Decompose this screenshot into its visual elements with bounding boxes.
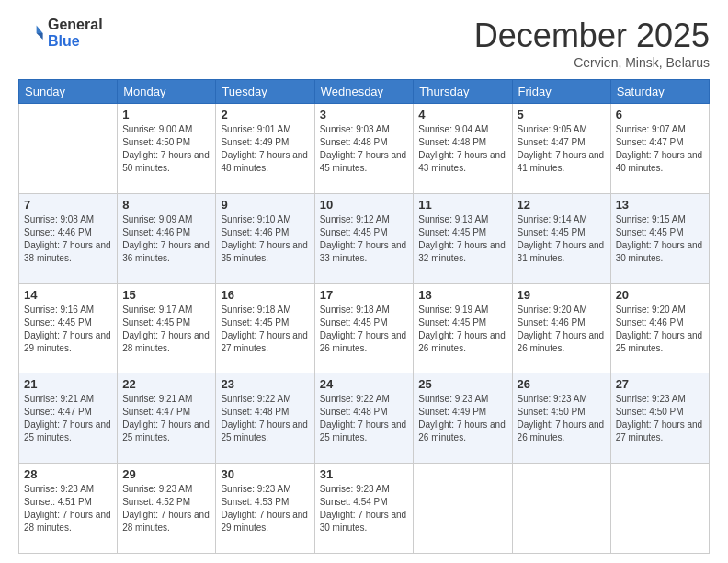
table-row: 12 Sunrise: 9:14 AM Sunset: 4:45 PM Dayl… <box>512 193 610 283</box>
table-row: 3 Sunrise: 9:03 AM Sunset: 4:48 PM Dayli… <box>314 104 414 194</box>
table-row <box>610 464 709 554</box>
table-row: 24 Sunrise: 9:22 AM Sunset: 4:48 PM Dayl… <box>314 373 414 464</box>
day-details: Sunrise: 9:10 AM Sunset: 4:46 PM Dayligh… <box>221 213 309 265</box>
calendar-week-row: 28 Sunrise: 9:23 AM Sunset: 4:51 PM Dayl… <box>19 464 710 554</box>
day-details: Sunrise: 9:23 AM Sunset: 4:51 PM Dayligh… <box>24 483 112 534</box>
sunset-text: Sunset: 4:52 PM <box>122 497 190 507</box>
day-details: Sunrise: 9:21 AM Sunset: 4:47 PM Dayligh… <box>122 393 210 444</box>
daylight-text: Daylight: 7 hours and 32 minutes. <box>418 240 506 263</box>
day-number: 23 <box>221 377 309 391</box>
sunrise-text: Sunrise: 9:23 AM <box>518 394 587 404</box>
sunset-text: Sunset: 4:46 PM <box>616 317 684 327</box>
day-number: 14 <box>24 288 112 302</box>
table-row: 1 Sunrise: 9:00 AM Sunset: 4:50 PM Dayli… <box>118 104 216 194</box>
daylight-text: Daylight: 7 hours and 25 minutes. <box>122 419 210 442</box>
day-number: 4 <box>418 108 506 121</box>
sunset-text: Sunset: 4:47 PM <box>122 407 190 417</box>
table-row: 13 Sunrise: 9:15 AM Sunset: 4:45 PM Dayl… <box>610 193 709 283</box>
sunset-text: Sunset: 4:45 PM <box>418 317 486 327</box>
logo-blue-text: Blue <box>48 33 103 50</box>
daylight-text: Daylight: 7 hours and 25 minutes. <box>221 419 308 442</box>
table-row: 11 Sunrise: 9:13 AM Sunset: 4:45 PM Dayl… <box>414 193 512 283</box>
daylight-text: Daylight: 7 hours and 26 minutes. <box>518 419 605 442</box>
day-details: Sunrise: 9:22 AM Sunset: 4:48 PM Dayligh… <box>320 393 409 444</box>
calendar-week-row: 1 Sunrise: 9:00 AM Sunset: 4:50 PM Dayli… <box>19 104 710 194</box>
sunrise-text: Sunrise: 9:23 AM <box>24 484 94 494</box>
daylight-text: Daylight: 7 hours and 33 minutes. <box>320 240 407 263</box>
page: General Blue December 2025 Cervien, Mins… <box>0 0 728 563</box>
day-details: Sunrise: 9:18 AM Sunset: 4:45 PM Dayligh… <box>320 304 409 355</box>
daylight-text: Daylight: 7 hours and 28 minutes. <box>24 510 111 533</box>
weekday-header-row: Sunday Monday Tuesday Wednesday Thursday… <box>19 80 710 104</box>
daylight-text: Daylight: 7 hours and 26 minutes. <box>418 330 506 353</box>
table-row: 31 Sunrise: 9:23 AM Sunset: 4:54 PM Dayl… <box>314 464 414 554</box>
table-row <box>19 104 118 194</box>
day-details: Sunrise: 9:23 AM Sunset: 4:53 PM Dayligh… <box>221 483 309 534</box>
day-number: 22 <box>122 377 210 391</box>
sunrise-text: Sunrise: 9:18 AM <box>320 304 390 315</box>
sunrise-text: Sunrise: 9:01 AM <box>221 124 290 134</box>
header-sunday: Sunday <box>19 80 118 104</box>
day-number: 15 <box>122 288 210 302</box>
day-details: Sunrise: 9:18 AM Sunset: 4:45 PM Dayligh… <box>221 304 309 355</box>
table-row: 4 Sunrise: 9:04 AM Sunset: 4:48 PM Dayli… <box>414 104 512 194</box>
day-details: Sunrise: 9:15 AM Sunset: 4:45 PM Dayligh… <box>616 213 704 265</box>
day-details: Sunrise: 9:03 AM Sunset: 4:48 PM Dayligh… <box>320 123 409 175</box>
table-row: 14 Sunrise: 9:16 AM Sunset: 4:45 PM Dayl… <box>19 283 118 373</box>
sunrise-text: Sunrise: 9:20 AM <box>616 304 686 315</box>
sunset-text: Sunset: 4:48 PM <box>320 407 388 417</box>
sunset-text: Sunset: 4:48 PM <box>221 407 289 417</box>
daylight-text: Daylight: 7 hours and 38 minutes. <box>24 240 111 263</box>
sunset-text: Sunset: 4:46 PM <box>518 317 586 327</box>
sunrise-text: Sunrise: 9:23 AM <box>418 394 488 404</box>
sunrise-text: Sunrise: 9:22 AM <box>320 394 390 404</box>
daylight-text: Daylight: 7 hours and 27 minutes. <box>616 419 703 442</box>
day-number: 21 <box>24 377 112 391</box>
sunset-text: Sunset: 4:46 PM <box>221 227 289 237</box>
sunrise-text: Sunrise: 9:22 AM <box>221 394 290 404</box>
sunset-text: Sunset: 4:45 PM <box>616 227 684 237</box>
sunset-text: Sunset: 4:45 PM <box>24 317 92 327</box>
daylight-text: Daylight: 7 hours and 31 minutes. <box>518 240 605 263</box>
sunrise-text: Sunrise: 9:09 AM <box>122 214 192 224</box>
calendar-week-row: 14 Sunrise: 9:16 AM Sunset: 4:45 PM Dayl… <box>19 283 710 373</box>
header-thursday: Thursday <box>414 80 512 104</box>
day-details: Sunrise: 9:23 AM Sunset: 4:50 PM Dayligh… <box>616 393 704 444</box>
sunrise-text: Sunrise: 9:08 AM <box>24 214 94 224</box>
daylight-text: Daylight: 7 hours and 25 minutes. <box>24 419 111 442</box>
calendar-week-row: 21 Sunrise: 9:21 AM Sunset: 4:47 PM Dayl… <box>19 373 710 464</box>
sunset-text: Sunset: 4:45 PM <box>418 227 486 237</box>
daylight-text: Daylight: 7 hours and 40 minutes. <box>616 150 703 173</box>
day-details: Sunrise: 9:04 AM Sunset: 4:48 PM Dayligh… <box>418 123 506 175</box>
daylight-text: Daylight: 7 hours and 25 minutes. <box>616 330 703 353</box>
day-details: Sunrise: 9:21 AM Sunset: 4:47 PM Dayligh… <box>24 393 112 444</box>
sunrise-text: Sunrise: 9:03 AM <box>320 124 390 134</box>
sunset-text: Sunset: 4:46 PM <box>122 227 190 237</box>
day-number: 18 <box>418 288 506 302</box>
sunset-text: Sunset: 4:45 PM <box>518 227 586 237</box>
sunrise-text: Sunrise: 9:23 AM <box>221 484 290 494</box>
day-details: Sunrise: 9:20 AM Sunset: 4:46 PM Dayligh… <box>616 304 704 355</box>
day-number: 3 <box>320 108 409 121</box>
sunset-text: Sunset: 4:47 PM <box>518 137 586 147</box>
table-row: 29 Sunrise: 9:23 AM Sunset: 4:52 PM Dayl… <box>118 464 216 554</box>
day-details: Sunrise: 9:01 AM Sunset: 4:49 PM Dayligh… <box>221 123 309 175</box>
day-number: 10 <box>320 198 409 212</box>
day-number: 5 <box>518 108 606 121</box>
sunrise-text: Sunrise: 9:23 AM <box>616 394 686 404</box>
table-row: 7 Sunrise: 9:08 AM Sunset: 4:46 PM Dayli… <box>19 193 118 283</box>
daylight-text: Daylight: 7 hours and 27 minutes. <box>221 330 308 353</box>
logo-text: General Blue <box>48 17 103 49</box>
svg-marker-0 <box>37 25 43 32</box>
sunset-text: Sunset: 4:50 PM <box>616 407 684 417</box>
daylight-text: Daylight: 7 hours and 29 minutes. <box>24 330 111 353</box>
sunset-text: Sunset: 4:54 PM <box>320 497 388 507</box>
day-details: Sunrise: 9:05 AM Sunset: 4:47 PM Dayligh… <box>518 123 606 175</box>
daylight-text: Daylight: 7 hours and 36 minutes. <box>122 240 210 263</box>
sunrise-text: Sunrise: 9:15 AM <box>616 214 686 224</box>
daylight-text: Daylight: 7 hours and 25 minutes. <box>320 419 407 442</box>
header-wednesday: Wednesday <box>314 80 414 104</box>
daylight-text: Daylight: 7 hours and 30 minutes. <box>320 510 407 533</box>
sunrise-text: Sunrise: 9:05 AM <box>518 124 587 134</box>
day-number: 29 <box>122 467 210 481</box>
